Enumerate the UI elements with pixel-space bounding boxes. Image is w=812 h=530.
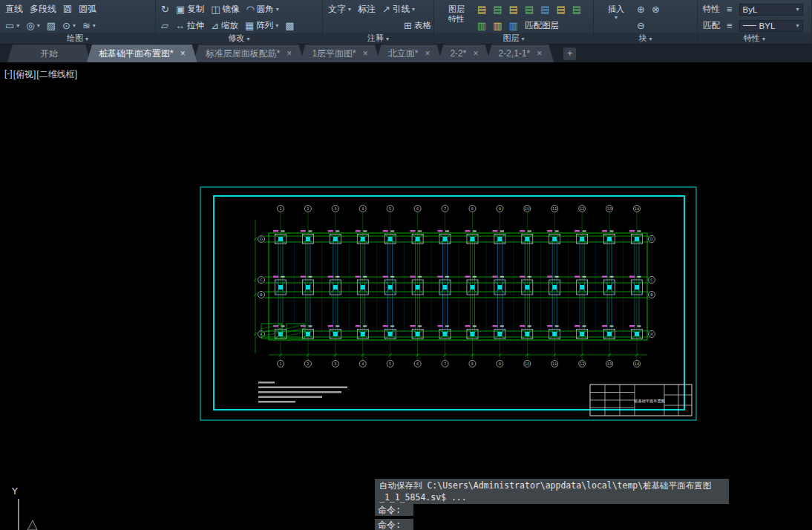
drawing-tab-0[interactable]: 开始 xyxy=(7,45,91,62)
panel-label-draw[interactable]: 绘图 ▾ xyxy=(0,33,155,44)
panel-label-annotate[interactable]: 注释 ▾ xyxy=(323,33,433,44)
layer-tool-5[interactable]: ▤ xyxy=(540,4,549,15)
tab-close-icon[interactable]: × xyxy=(537,49,542,58)
explode-tool[interactable]: ▩ xyxy=(285,21,294,31)
tab-label: 2-2,1-1* xyxy=(498,48,530,59)
svg-text:14: 14 xyxy=(635,206,639,211)
text-button-label: 文字 xyxy=(328,3,346,16)
svg-text:12: 12 xyxy=(580,361,584,366)
leader-button[interactable]: ↗引线▾ xyxy=(382,4,415,15)
erase-tool[interactable]: ▱ xyxy=(161,21,168,31)
text-button[interactable]: 文字▾ xyxy=(328,3,351,16)
drawing-tab-1[interactable]: 桩基础平面布置图*× xyxy=(87,45,197,62)
viewport-visual-style-control[interactable]: [二维线框] xyxy=(36,68,77,81)
copy-button[interactable]: ▣复制 xyxy=(176,4,204,15)
tab-close-icon[interactable]: × xyxy=(180,49,186,58)
svg-text:2: 2 xyxy=(307,361,309,366)
layer-tool-10[interactable]: ▥ xyxy=(509,21,518,31)
tab-label: 桩基础平面布置图* xyxy=(99,48,174,60)
viewport-view-control[interactable]: [俯视] xyxy=(13,68,36,81)
circle-button-label: 圆 xyxy=(63,3,72,16)
fillet-button[interactable]: ◠圆角▾ xyxy=(246,4,279,15)
circle-button[interactable]: 圆 xyxy=(63,3,72,16)
rectangle-tool[interactable]: ▭▾ xyxy=(5,21,19,31)
drawing-tab-2[interactable]: 标准层屋面板配筋*× xyxy=(194,45,304,62)
rectangle-tool-icon: ▭ xyxy=(5,21,14,31)
layer-properties-button[interactable]: 图层特性 xyxy=(439,1,474,33)
layer-tool-8-icon: ▥ xyxy=(477,21,486,31)
layer-tool-9[interactable]: ▥ xyxy=(493,21,502,31)
insert-button[interactable]: 插入▾ xyxy=(599,1,633,33)
panel-label-layers[interactable]: 图层 ▾ xyxy=(434,33,593,44)
layer-tool-7[interactable]: ▤ xyxy=(572,4,581,15)
command-prompt-history: 命令: xyxy=(375,504,413,516)
panel-label-modify[interactable]: 修改 ▾ xyxy=(156,33,322,44)
layer-tool-8[interactable]: ▥ xyxy=(477,21,486,31)
properties-button[interactable]: 特性 xyxy=(703,4,720,15)
edit-block-tool-icon: ⊕ xyxy=(637,4,645,15)
properties-list-tool-2[interactable]: ≡ xyxy=(727,21,733,31)
polyline-button[interactable]: 多段线 xyxy=(30,3,56,16)
array-button[interactable]: ▦阵列▾ xyxy=(245,20,278,31)
properties-list-tool-1[interactable]: ≡ xyxy=(727,4,733,15)
array-button-icon: ▦ xyxy=(245,21,254,31)
tab-close-icon[interactable]: × xyxy=(473,49,478,58)
panel-label-properties[interactable]: 特性 ▾ xyxy=(698,33,811,44)
layer-tool-3[interactable]: ▤ xyxy=(509,4,518,15)
layer-tool-4[interactable]: ▤ xyxy=(525,4,534,15)
write-block-tool[interactable]: ⊗ xyxy=(652,4,660,15)
block-attribute-tool[interactable]: ⊖ xyxy=(637,21,645,31)
line-button[interactable]: 直线 xyxy=(5,3,23,16)
tab-close-icon[interactable]: × xyxy=(425,49,430,58)
linetype-dropdown[interactable]: BYL▾ xyxy=(739,20,803,32)
rotate-tool[interactable]: ↻ xyxy=(161,4,169,15)
explode-tool-icon: ▩ xyxy=(285,21,294,31)
tab-label: 北立面* xyxy=(388,48,419,60)
dimension-button[interactable]: 标注 xyxy=(358,3,376,16)
layer-tool-3-icon: ▤ xyxy=(509,4,518,15)
hatch-tool[interactable]: ▨ xyxy=(47,21,56,31)
new-drawing-tab-button[interactable]: + xyxy=(563,48,576,60)
command-prompt-input[interactable]: 命令: xyxy=(375,519,413,530)
drawing-tab-5[interactable]: 2-2*× xyxy=(438,45,490,62)
mirror-button[interactable]: ◫镜像 xyxy=(211,4,239,15)
axis-bubbles: 11223344556677889910101111121213131414DD… xyxy=(258,206,655,367)
model-space-canvas[interactable]: 11223344556677889910101111121213131414DD… xyxy=(0,62,812,530)
viewport-minimize-control[interactable]: [-] xyxy=(4,68,13,81)
pile-caps xyxy=(273,230,643,339)
drawing-tab-4[interactable]: 北立面*× xyxy=(376,45,442,62)
drawing-frame xyxy=(200,187,696,420)
layer-tool-5-icon: ▤ xyxy=(540,4,549,15)
layer-tool-6[interactable]: ▤ xyxy=(556,4,565,15)
match-layer-button-label: 匹配图层 xyxy=(525,20,559,31)
edit-block-tool[interactable]: ⊕ xyxy=(637,4,645,15)
layer-tool-2-icon: ▤ xyxy=(493,4,502,15)
svg-text:1: 1 xyxy=(279,361,281,366)
ribbon-panel-layers: 图层特性▤▤▤▤▤▤▤▥▥▥匹配图层图层 ▾ xyxy=(434,0,594,44)
mirror-button-icon: ◫ xyxy=(211,4,220,15)
drawing-tab-6[interactable]: 2-2,1-1*× xyxy=(486,45,554,62)
panel-label-block[interactable]: 块 ▾ xyxy=(594,33,697,44)
ellipse-tool[interactable]: ◎▾ xyxy=(26,21,39,31)
scale-button[interactable]: ⊿缩放 xyxy=(211,20,238,31)
dropdown-caret-icon: ▾ xyxy=(615,14,618,21)
match-properties-button-label: 匹配 xyxy=(703,20,720,31)
tab-close-icon[interactable]: × xyxy=(287,49,292,58)
arc-button[interactable]: 圆弧 xyxy=(79,3,96,16)
svg-text:B: B xyxy=(260,292,263,297)
object-color-dropdown[interactable]: ByL▾ xyxy=(739,4,803,16)
tab-close-icon[interactable]: × xyxy=(363,49,368,58)
drawing-tab-3[interactable]: 1层平面图*× xyxy=(300,45,379,62)
revision-cloud-tool[interactable]: ≋▾ xyxy=(82,21,96,31)
stretch-button[interactable]: ↔拉伸 xyxy=(175,20,204,31)
match-layer-button[interactable]: 匹配图层 xyxy=(525,20,559,31)
point-tool[interactable]: ⊙▾ xyxy=(62,21,76,31)
svg-text:6: 6 xyxy=(416,206,419,211)
file-tab-bar: 开始桩基础平面布置图*×标准层屋面板配筋*×1层平面图*×北立面*×2-2*×2… xyxy=(0,45,812,62)
layer-tool-2[interactable]: ▤ xyxy=(493,4,502,15)
match-properties-button[interactable]: 匹配 xyxy=(703,20,720,31)
table-button[interactable]: ⊞表格 xyxy=(404,20,431,31)
layer-tool-1[interactable]: ▤ xyxy=(477,4,486,15)
dropdown-caret-icon: ▾ xyxy=(348,6,351,13)
array-button-label: 阵列 xyxy=(256,20,273,31)
